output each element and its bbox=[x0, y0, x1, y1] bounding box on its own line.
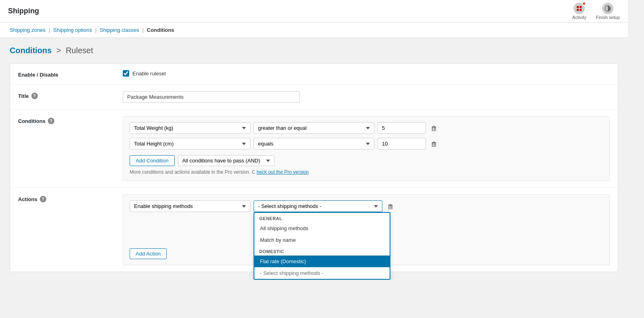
activity-label: Activity bbox=[572, 15, 586, 20]
condition-row-1: Total Weight (kg) Total Height (cm) Tota… bbox=[130, 122, 603, 134]
page-content: Conditions > Ruleset Enable / Disable En… bbox=[0, 38, 628, 280]
actions-area: Enable shipping methods Disable shipping… bbox=[130, 200, 603, 259]
action1-type-select[interactable]: Enable shipping methods Disable shipping… bbox=[130, 200, 250, 212]
dropdown-item-flat-rate[interactable]: Flat rate (Domestic) bbox=[254, 256, 390, 267]
enable-disable-control: Enable ruleset bbox=[123, 70, 610, 77]
condition2-delete-btn[interactable] bbox=[429, 139, 439, 149]
tab-shipping-classes[interactable]: Shipping classes bbox=[98, 27, 141, 33]
dropdown-placeholder: - Select shipping methods - bbox=[254, 267, 390, 279]
condition2-value-input[interactable] bbox=[378, 138, 426, 150]
checkbox-row: Enable ruleset bbox=[123, 70, 610, 77]
conditions-label: Conditions ? bbox=[18, 116, 123, 124]
title-row: Title ? bbox=[10, 85, 618, 110]
shipping-methods-dropdown: General All shipping methods Match by na… bbox=[254, 212, 390, 280]
pro-link[interactable]: heck out the Pro version bbox=[257, 169, 309, 175]
enable-disable-label: Enable / Disable bbox=[18, 70, 123, 78]
finish-setup-label: Finish setup bbox=[596, 15, 620, 20]
finish-setup-icon bbox=[602, 3, 613, 14]
svg-rect-0 bbox=[577, 6, 579, 8]
tab-conditions[interactable]: Conditions bbox=[145, 27, 176, 33]
title-control bbox=[123, 91, 610, 103]
condition2-operator-select[interactable]: equals does not equal greater than great… bbox=[254, 138, 374, 150]
title-help-icon[interactable]: ? bbox=[31, 93, 38, 99]
add-action-btn[interactable]: Add Action bbox=[130, 248, 167, 259]
tab-shipping-zones[interactable]: Shipping zones bbox=[8, 27, 47, 33]
tab-shipping-options[interactable]: Shipping options bbox=[52, 27, 93, 33]
breadcrumb: Conditions > Ruleset bbox=[10, 46, 618, 55]
condition-row-2: Total Weight (kg) Total Height (cm) Tota… bbox=[130, 138, 603, 150]
nav-tabs: Shipping zones | Shipping options | Ship… bbox=[0, 23, 628, 38]
breadcrumb-current: Ruleset bbox=[66, 46, 93, 55]
enable-ruleset-label[interactable]: Enable ruleset bbox=[132, 71, 166, 77]
condition2-type-select[interactable]: Total Weight (kg) Total Height (cm) Tota… bbox=[130, 138, 250, 150]
activity-button[interactable]: Activity bbox=[572, 3, 586, 20]
finish-setup-button[interactable]: Finish setup bbox=[596, 3, 620, 20]
add-condition-row: Add Condition All conditions have to pas… bbox=[130, 155, 603, 166]
conditions-help-icon[interactable]: ? bbox=[48, 118, 54, 124]
condition1-delete-btn[interactable] bbox=[429, 123, 439, 133]
condition1-operator-select[interactable]: equals does not equal greater than great… bbox=[254, 122, 374, 134]
conditions-control: Total Weight (kg) Total Height (cm) Tota… bbox=[123, 116, 610, 181]
enable-disable-row: Enable / Disable Enable ruleset bbox=[10, 64, 618, 85]
condition2-operator-dropdown: equals does not equal greater than great… bbox=[254, 138, 374, 150]
dropdown-group-domestic: Domestic bbox=[254, 246, 390, 256]
topbar: Shipping Activity bbox=[0, 0, 628, 23]
pro-note: More conditions and actions available in… bbox=[130, 169, 603, 175]
breadcrumb-link[interactable]: Conditions bbox=[10, 46, 52, 55]
actions-control: Enable shipping methods Disable shipping… bbox=[123, 194, 610, 265]
actions-label: Actions ? bbox=[18, 194, 123, 202]
dropdown-item-match-by-name[interactable]: Match by name bbox=[254, 234, 390, 246]
dropdown-item-all-shipping[interactable]: All shipping methods bbox=[254, 222, 390, 234]
svg-rect-3 bbox=[580, 9, 582, 11]
svg-rect-1 bbox=[580, 6, 582, 8]
activity-icon-wrap bbox=[574, 3, 585, 14]
condition1-value-input[interactable] bbox=[378, 122, 426, 134]
svg-rect-2 bbox=[577, 9, 579, 11]
actions-block: Enable shipping methods Disable shipping… bbox=[123, 194, 610, 265]
action-row-1: Enable shipping methods Disable shipping… bbox=[130, 200, 603, 212]
enable-ruleset-checkbox[interactable] bbox=[123, 70, 129, 77]
add-condition-btn[interactable]: Add Condition bbox=[130, 155, 175, 166]
conditions-area: Total Weight (kg) Total Height (cm) Tota… bbox=[130, 122, 603, 166]
conditions-row: Conditions ? Total Weight (kg) Total Hei… bbox=[10, 110, 618, 188]
activity-badge bbox=[582, 2, 586, 6]
topbar-right: Activity Finish setup bbox=[572, 3, 620, 20]
conditions-block: Total Weight (kg) Total Height (cm) Tota… bbox=[123, 116, 610, 181]
logic-select[interactable]: All conditions have to pass (AND) Any co… bbox=[178, 155, 275, 166]
actions-help-icon[interactable]: ? bbox=[40, 196, 46, 202]
actions-row: Actions ? Enable shipping methods Disabl… bbox=[10, 188, 618, 272]
shipping-methods-dropdown-wrap: - Select shipping methods - General All … bbox=[254, 200, 382, 212]
title-label: Title ? bbox=[18, 91, 123, 99]
shipping-methods-trigger[interactable]: - Select shipping methods - bbox=[254, 200, 382, 212]
action1-delete-btn[interactable] bbox=[386, 202, 395, 211]
page-title: Shipping bbox=[8, 7, 39, 15]
dropdown-group-general: General bbox=[254, 213, 390, 222]
title-input[interactable] bbox=[123, 91, 300, 103]
form-section: Enable / Disable Enable ruleset Title ? bbox=[10, 63, 618, 272]
condition1-type-select[interactable]: Total Weight (kg) Total Height (cm) Tota… bbox=[130, 122, 250, 134]
